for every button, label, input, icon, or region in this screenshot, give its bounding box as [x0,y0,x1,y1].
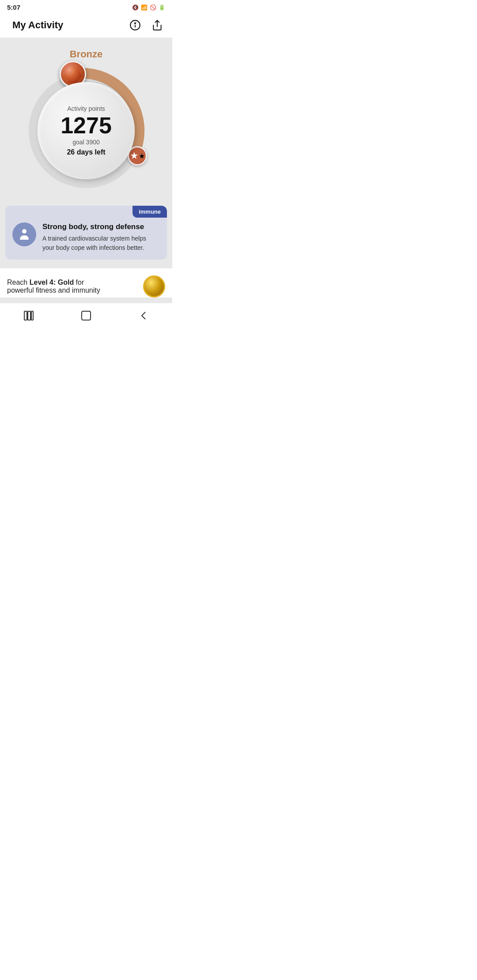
points-value: 1275 [61,114,112,137]
bottom-nav-home[interactable] [80,309,92,322]
points-display: Activity points 1275 goal 3900 26 days l… [38,82,135,179]
main-content: Bronze ★ Activity points [0,38,172,303]
svg-rect-9 [24,311,27,320]
card-content: Strong body, strong defense A trained ca… [12,222,160,253]
next-level-subtext: powerful fitness and immunity [7,286,100,294]
points-goal: goal 3900 [72,139,100,146]
gold-coin-icon [143,275,165,298]
card-description: A trained cardiovascular system helps yo… [42,234,160,253]
nav-actions [127,17,165,33]
bottom-nav-back[interactable] [137,309,150,322]
svg-point-2 [135,23,136,24]
next-level-text: Reach Level 4: Gold for powerful fitness… [7,279,139,294]
immune-badge: immune [132,206,167,218]
status-time: 5:07 [7,4,20,11]
nav-bar: My Activity [0,13,172,38]
svg-rect-11 [31,311,33,320]
next-level-suffix: for [74,279,84,286]
activity-points-label: Activity points [67,105,105,112]
bottom-nav-recent[interactable] [23,309,35,322]
days-left: 26 days left [67,148,105,156]
next-level-name: Level 4: Gold [30,279,74,286]
svg-rect-12 [82,311,91,320]
blocked-icon: 🚫 [150,4,156,11]
page-title: My Activity [12,19,127,31]
status-icons: 🔇 📶 🚫 🔋 [132,4,165,11]
card-title: Strong body, strong defense [42,222,160,231]
card-text: Strong body, strong defense A trained ca… [42,222,160,253]
next-level-prefix: Reach [7,279,30,286]
next-level-section: Reach Level 4: Gold for powerful fitness… [0,268,172,298]
level-section: Bronze ★ Activity points [0,38,172,197]
wifi-icon: 📶 [141,4,148,11]
svg-rect-10 [28,311,30,320]
activity-circle: ★ Activity points 1275 goal 3900 26 days… [20,64,152,197]
info-button[interactable] [127,17,143,33]
battery-icon: 🔋 [159,4,165,11]
share-button[interactable] [149,17,165,33]
bottom-nav [0,303,172,331]
info-card: immune Strong body, strong defense A tra… [5,206,167,260]
level-name: Bronze [70,49,103,60]
status-bar: 5:07 🔇 📶 🚫 🔋 [0,0,172,13]
person-icon [12,222,36,246]
notification-muted-icon: 🔇 [132,4,139,11]
svg-point-8 [22,229,26,234]
